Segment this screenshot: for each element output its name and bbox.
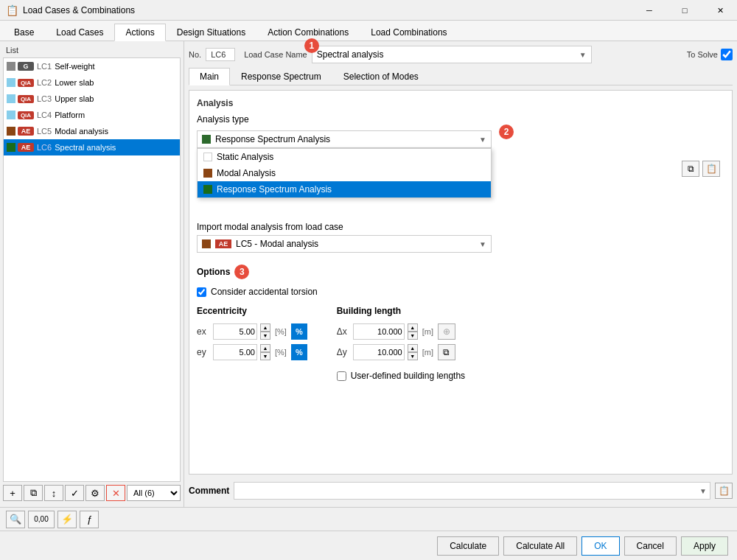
- search-bottom-btn[interactable]: 🔍: [6, 511, 25, 528]
- ax-input[interactable]: [353, 323, 405, 340]
- lc-number: LC4: [37, 111, 52, 119]
- import-label: Import modal analysis from load case: [197, 222, 343, 232]
- ey-down-btn[interactable]: ▼: [260, 352, 270, 360]
- ax-down-btn[interactable]: ▼: [408, 332, 418, 340]
- ax-icon-btn[interactable]: ⊕: [438, 323, 455, 340]
- content-area: Analysis Analysis type 2 Response Spectr…: [189, 90, 733, 475]
- no-field-group: No. LC6: [189, 48, 235, 61]
- ax-unit: [m]: [422, 327, 433, 336]
- tab-selection-of-modes[interactable]: Selection of Modes: [332, 68, 430, 85]
- tab-load-cases[interactable]: Load Cases: [45, 23, 114, 41]
- ay-row: Δy ▲ ▼ [m] ⧉: [337, 344, 465, 360]
- name-field-group: Load Case Name 1 Spectral analysis ▼: [244, 46, 592, 63]
- left-panel: List G LC1 Self-weight QiA LC2 Lower sla…: [0, 41, 184, 507]
- minimize-button[interactable]: ─: [632, 0, 666, 21]
- lc-name: Spectral analysis: [55, 143, 116, 152]
- calculate-button[interactable]: Calculate: [437, 536, 499, 556]
- consider-torsion-checkbox[interactable]: [197, 287, 206, 297]
- tab-action-combinations[interactable]: Action Combinations: [256, 23, 360, 41]
- dropdown-option-response[interactable]: Response Spectrum Analysis: [198, 181, 491, 197]
- analysis-type-dropdown[interactable]: Response Spectrum Analysis ▼: [197, 130, 492, 148]
- list-item-selected[interactable]: AE LC6 Spectral analysis: [4, 139, 180, 155]
- ey-up-btn[interactable]: ▲: [260, 344, 270, 352]
- tab-main[interactable]: Main: [189, 68, 230, 85]
- building-length-section: Building length Δx ▲ ▼ [m] ⊕: [337, 306, 465, 381]
- ay-unit: [m]: [422, 348, 433, 357]
- lc-color: [7, 94, 15, 103]
- settings-button[interactable]: ⚙: [85, 485, 105, 501]
- paste-icon-btn[interactable]: 📋: [702, 161, 720, 177]
- options-header: Options 3: [197, 265, 724, 279]
- lc-name: Self-weight: [55, 62, 94, 71]
- lc-color: [7, 111, 15, 119]
- lc-number: LC3: [37, 94, 52, 103]
- right-panel: No. LC6 Load Case Name 1 Spectral analys…: [184, 41, 737, 507]
- ax-up-btn[interactable]: ▲: [408, 323, 418, 332]
- list-toolbar: + ⧉ ↕ ✓ ⚙ ✕ All (6): [3, 482, 181, 504]
- ex-percent-btn[interactable]: %: [291, 323, 307, 340]
- building-length-title: Building length: [337, 306, 465, 316]
- comment-copy-btn[interactable]: 📋: [715, 483, 733, 499]
- copy-button[interactable]: ⧉: [24, 485, 43, 501]
- ey-input[interactable]: [213, 344, 257, 360]
- to-solve-label: To Solve: [687, 50, 718, 59]
- ay-down-btn[interactable]: ▼: [408, 352, 418, 360]
- dropdown-arrow-icon: ▼: [479, 240, 486, 248]
- comment-input[interactable]: ▼: [234, 482, 710, 500]
- list-item[interactable]: AE LC5 Modal analysis: [4, 123, 180, 139]
- tab-design-situations[interactable]: Design Situations: [166, 23, 256, 41]
- ex-input[interactable]: [213, 323, 257, 340]
- list-item[interactable]: QiA LC2 Lower slab: [4, 74, 180, 91]
- options-section: Options 3 Consider accidental torsion Ec…: [197, 265, 724, 381]
- ex-down-btn[interactable]: ▼: [260, 332, 270, 340]
- apply-button[interactable]: Apply: [681, 536, 728, 556]
- ax-row: Δx ▲ ▼ [m] ⊕: [337, 323, 465, 340]
- maximize-button[interactable]: □: [668, 0, 702, 21]
- add-button[interactable]: +: [3, 485, 22, 501]
- load-case-name-input[interactable]: Spectral analysis ▼: [312, 46, 592, 63]
- tab-load-combinations[interactable]: Load Combinations: [360, 23, 458, 41]
- ay-up-btn[interactable]: ▲: [408, 344, 418, 352]
- ey-label: ey: [197, 347, 210, 357]
- load-case-name-label: Load Case Name: [244, 50, 307, 59]
- dropdown-option-static[interactable]: Static Analysis: [198, 149, 491, 165]
- lc-badge: AE: [18, 127, 34, 136]
- copy-icon-btn[interactable]: ⧉: [682, 161, 699, 177]
- calculate-all-button[interactable]: Calculate All: [503, 536, 577, 556]
- to-solve-checkbox[interactable]: [721, 49, 733, 60]
- check-button[interactable]: ✓: [65, 485, 84, 501]
- list-item[interactable]: QiA LC4 Platform: [4, 107, 180, 123]
- move-button[interactable]: ↕: [44, 485, 63, 501]
- ex-up-btn[interactable]: ▲: [260, 323, 270, 332]
- list-filter-dropdown[interactable]: All (6): [127, 485, 181, 501]
- lc-name: Platform: [55, 111, 85, 119]
- lc-number: LC6: [37, 143, 52, 152]
- tab-base[interactable]: Base: [3, 23, 45, 41]
- ay-copy-btn[interactable]: ⧉: [438, 344, 455, 360]
- ey-percent-btn[interactable]: %: [291, 344, 307, 360]
- delete-button[interactable]: ✕: [106, 485, 125, 501]
- bottom-toolbar: 🔍 0,00 ⚡ ƒ: [0, 507, 737, 531]
- dropdown-option-modal[interactable]: Modal Analysis: [198, 165, 491, 181]
- func-bottom-btn[interactable]: ƒ: [80, 511, 99, 528]
- list-item[interactable]: G LC1 Self-weight: [4, 58, 180, 74]
- analysis-type-color: [202, 135, 211, 144]
- comment-dropdown-arrow: ▼: [699, 487, 707, 495]
- comment-section: Comment ▼ 📋: [189, 479, 733, 503]
- list-item[interactable]: QiA LC3 Upper slab: [4, 91, 180, 107]
- lc-color: [7, 62, 15, 71]
- badge-1: 1: [304, 38, 319, 53]
- close-button[interactable]: ✕: [703, 0, 737, 21]
- cancel-button[interactable]: Cancel: [624, 536, 677, 556]
- ay-input[interactable]: [353, 344, 405, 360]
- tab-response-spectrum[interactable]: Response Spectrum: [230, 68, 332, 85]
- model-bottom-btn[interactable]: ⚡: [57, 511, 77, 528]
- ay-spinner: ▲ ▼: [408, 344, 418, 360]
- user-defined-checkbox[interactable]: [337, 371, 346, 381]
- value-bottom-btn[interactable]: 0,00: [28, 511, 55, 528]
- eccentricity-section: Eccentricity ex ▲ ▼ [%] % ey: [197, 306, 307, 381]
- ok-button[interactable]: OK: [581, 536, 619, 556]
- import-dropdown[interactable]: AE LC5 - Modal analysis ▼: [197, 235, 492, 253]
- tab-actions[interactable]: Actions: [114, 24, 165, 41]
- lc-color: [7, 78, 15, 87]
